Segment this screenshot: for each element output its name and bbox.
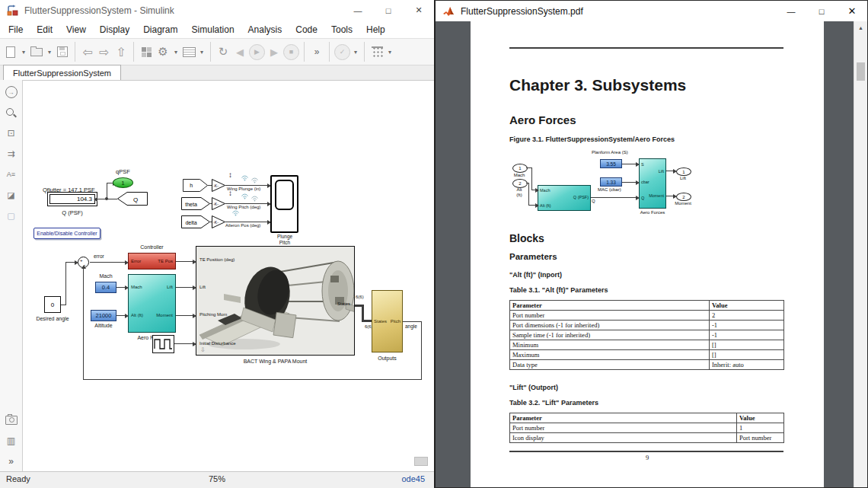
wire[interactable]: [176, 261, 193, 262]
bact-block-label[interactable]: BACT Wing & PAPA Mount: [196, 359, 355, 364]
wire[interactable]: [225, 203, 267, 204]
forward-icon[interactable]: ⇨: [97, 43, 112, 61]
signal-label-error[interactable]: error: [94, 254, 104, 259]
scope-block[interactable]: [270, 175, 298, 233]
from-tag-q[interactable]: Q: [117, 192, 148, 206]
wire[interactable]: [83, 379, 422, 380]
up-to-parent-icon[interactable]: ⇧: [113, 43, 129, 61]
wire[interactable]: [107, 183, 113, 183]
menu-edit[interactable]: Edit: [30, 24, 59, 35]
close-icon[interactable]: ✕: [404, 0, 434, 21]
minimize-icon[interactable]: —: [343, 0, 373, 21]
gain-block[interactable]: -K-: [212, 179, 225, 192]
controller-block-label[interactable]: Controller: [128, 244, 176, 250]
save-icon[interactable]: [55, 43, 70, 61]
enable-controller-button[interactable]: Enable/Disable Controller: [34, 228, 101, 239]
new-model-icon[interactable]: [3, 43, 18, 61]
status-solver[interactable]: ode45: [401, 474, 425, 483]
wire[interactable]: [225, 185, 267, 186]
menu-simulation[interactable]: Simulation: [185, 24, 241, 35]
desired-angle-label[interactable]: Desired angle: [26, 316, 79, 321]
gain-block[interactable]: -K-: [212, 197, 225, 210]
outport-qpsf-label[interactable]: qPSF: [107, 168, 139, 175]
wire[interactable]: [65, 262, 66, 305]
open-model-icon[interactable]: [29, 43, 44, 61]
viewmarks-icon[interactable]: ▥: [5, 435, 18, 447]
outport-qpsf[interactable]: 1: [113, 177, 133, 188]
signal-label-aileron-pos[interactable]: Aileron Pos (deg): [225, 223, 260, 228]
altitude-constant-label[interactable]: Altitude: [88, 323, 119, 328]
image-annotation-icon[interactable]: ◪: [5, 189, 18, 201]
menu-analysis[interactable]: Analysis: [241, 24, 289, 35]
area-box-icon[interactable]: ▢: [5, 209, 18, 222]
pulse-generator-block[interactable]: [152, 335, 174, 353]
model-advisor-check-icon[interactable]: ✓: [334, 44, 350, 60]
screenshot-camera-icon[interactable]: [5, 414, 18, 426]
gain-block[interactable]: -K-: [212, 215, 225, 228]
desired-angle-constant-block[interactable]: 0: [44, 296, 61, 313]
step-forward-icon[interactable]: ▶: [266, 43, 282, 61]
stop-icon[interactable]: ■: [283, 44, 299, 60]
model-advisor-dropdown-icon[interactable]: ▾: [352, 49, 359, 56]
menu-view[interactable]: View: [59, 24, 93, 35]
from-tag-h[interactable]: h: [183, 179, 208, 192]
maximize-icon[interactable]: □: [806, 1, 837, 21]
bus-width-label[interactable]: 6(6): [356, 295, 364, 299]
close-icon[interactable]: ✕: [837, 1, 867, 21]
open-model-dropdown-icon[interactable]: ▾: [46, 49, 53, 56]
wire[interactable]: [174, 343, 193, 344]
library-browser-icon[interactable]: [139, 43, 154, 61]
controller-block[interactable]: Error TE Pos: [128, 253, 176, 270]
mach-constant-label[interactable]: Mach: [95, 273, 116, 279]
wire[interactable]: [116, 315, 125, 316]
wire[interactable]: [83, 269, 84, 380]
simulation-data-inspector-icon[interactable]: [369, 43, 385, 61]
canvas-scroll-grip[interactable]: [414, 457, 428, 466]
pdf-viewer[interactable]: Chapter 3. Subsystems Aero Forces Figure…: [436, 21, 867, 487]
palette-overflow-icon[interactable]: »: [5, 455, 18, 467]
wire[interactable]: [90, 262, 125, 263]
menu-tools[interactable]: Tools: [324, 24, 359, 35]
wire[interactable]: [421, 321, 422, 380]
maximize-icon[interactable]: □: [373, 0, 404, 21]
menu-display[interactable]: Display: [93, 24, 136, 35]
signal-label-angle[interactable]: angle: [405, 324, 417, 329]
update-model-icon[interactable]: ↻: [215, 43, 231, 61]
wire[interactable]: [176, 315, 193, 316]
wire[interactable]: [403, 321, 422, 322]
model-settings-dropdown-icon[interactable]: ▾: [172, 49, 180, 56]
hide-browser-icon[interactable]: →: [5, 86, 18, 98]
from-tag-delta[interactable]: delta: [181, 215, 210, 228]
wire[interactable]: [116, 287, 125, 288]
wire[interactable]: [225, 222, 267, 222]
scrollbar-thumb[interactable]: [857, 62, 865, 81]
minimize-icon[interactable]: —: [776, 1, 806, 21]
signal-routing-icon[interactable]: ⇉: [5, 148, 18, 160]
outputs-block[interactable]: States Pitch: [372, 290, 403, 352]
display-block[interactable]: 104.3: [47, 192, 97, 206]
model-canvas[interactable]: Qflutter = 147.1 PSF 104.3 Q (PSF) 1 qPS…: [23, 80, 434, 472]
wire[interactable]: [107, 183, 107, 199]
altitude-constant-block[interactable]: 21000: [91, 310, 116, 321]
scroll-up-icon[interactable]: ▲: [854, 21, 867, 34]
menu-help[interactable]: Help: [359, 24, 392, 35]
step-back-icon[interactable]: ◀: [232, 43, 247, 61]
aero-forces-block[interactable]: Mach Alt (ft) Lift Moment: [128, 274, 176, 333]
model-tab[interactable]: FlutterSuppressionSystem: [3, 65, 121, 81]
menu-code[interactable]: Code: [289, 24, 324, 35]
wire[interactable]: [65, 262, 75, 263]
menu-file[interactable]: File: [2, 24, 30, 35]
fit-to-view-icon[interactable]: ⊡: [5, 127, 18, 139]
bus-wire[interactable]: [362, 320, 372, 322]
pdf-scrollbar[interactable]: ▲: [854, 21, 867, 487]
model-settings-gear-icon[interactable]: ⚙: [155, 43, 171, 61]
menu-diagram[interactable]: Diagram: [136, 24, 184, 35]
toolbar-overflow-icon[interactable]: »: [309, 43, 324, 61]
bact-wing-papa-mount-block[interactable]: TE Position (deg) Lift Pitching Mom Init…: [196, 246, 355, 356]
model-explorer-icon[interactable]: [181, 43, 196, 61]
wire[interactable]: [61, 305, 66, 305]
display-block-label[interactable]: Q (PSF): [46, 209, 99, 216]
new-model-dropdown-icon[interactable]: ▾: [20, 49, 27, 56]
annotation-icon[interactable]: A≡: [5, 168, 18, 180]
run-icon[interactable]: ▶: [249, 44, 265, 60]
